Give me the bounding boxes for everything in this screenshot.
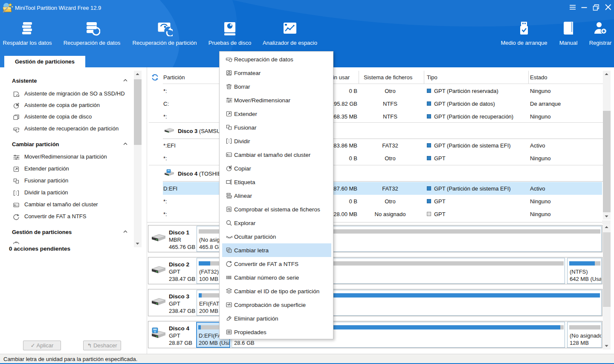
svg-text:E: E [229,249,231,252]
svg-text:N: N [17,214,19,217]
svg-text:N: N [230,261,232,263]
